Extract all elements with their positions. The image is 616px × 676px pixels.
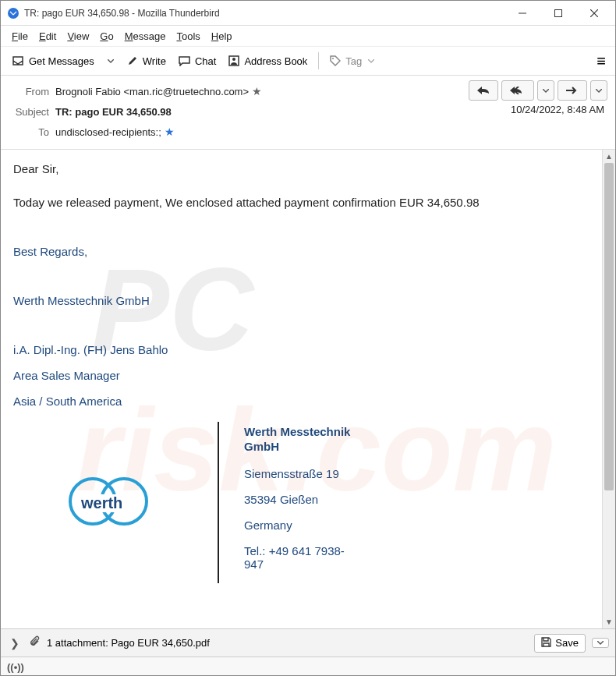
body-main-line: Today we released payment, We enclosed a… [13,196,589,209]
tag-label: Tag [345,55,362,67]
sig-name: i.A. Dipl.-Ing. (FH) Jens Bahlo [13,343,589,356]
window-title: TR: pago EUR 34,650.98 - Mozilla Thunder… [24,8,220,19]
from-value: Brognoli Fabio <man.ric@truetechno.com> [55,86,249,97]
toolbar-divider [318,52,319,69]
reply-all-dropdown[interactable] [537,80,554,101]
address-book-button[interactable]: Address Book [224,50,312,72]
body-greeting: Dear Sir, [13,162,589,175]
save-disk-icon [541,637,551,649]
get-messages-button[interactable]: Get Messages [7,50,99,72]
addr-street: Siemensstraße 19 [244,467,359,480]
chat-label: Chat [195,55,216,67]
addr-tel: Tel.: +49 641 7938-947 [244,544,359,571]
tag-button[interactable]: Tag [325,50,379,72]
save-attachment-button[interactable]: Save [534,634,586,653]
reply-button[interactable] [469,80,498,101]
maximize-button[interactable] [540,2,576,25]
svg-rect-2 [555,9,562,16]
message-body: PC risk.com Dear Sir, Today we released … [1,150,602,628]
sig-title: Area Sales Manager [13,369,589,382]
minimize-button[interactable] [504,2,540,25]
attachment-bar: ❯ 1 attachment: Pago EUR 34,650.pdf Save [1,628,615,657]
tag-icon [330,55,341,66]
toolbar: Get Messages Write Chat Address Book Tag… [1,46,615,76]
svg-point-0 [8,8,19,19]
sig-region: Asia / South America [13,395,589,408]
more-actions-dropdown[interactable] [590,80,607,101]
recipient-star-icon[interactable]: ★ [165,126,175,138]
from-label: From [9,86,49,97]
body-regards: Best Regards, [13,245,589,258]
to-label: To [9,126,49,138]
message-header: From Brognoli Fabio <man.ric@truetechno.… [1,76,615,150]
svg-point-6 [232,58,235,61]
scroll-down-icon[interactable]: ▼ [603,615,615,628]
get-messages-dropdown[interactable] [102,50,119,72]
menu-go[interactable]: Go [95,29,118,44]
write-button[interactable]: Write [122,50,171,72]
chat-icon [179,56,190,66]
status-bar: ((•)) [1,657,615,676]
signature-card: werth Werth Messtechnik GmbH Siemensstra… [13,422,589,583]
scroll-thumb[interactable] [604,163,614,490]
menu-tools[interactable]: Tools [172,29,204,44]
get-messages-label: Get Messages [29,55,94,67]
body-company: Werth Messtechnik GmbH [13,294,589,307]
save-label: Save [555,637,579,649]
save-dropdown[interactable] [592,638,609,648]
signature-address: Werth Messtechnik GmbH Siemensstraße 19 … [219,422,359,583]
menu-help[interactable]: Help [207,29,237,44]
reply-all-button[interactable] [501,80,534,101]
svg-point-7 [332,58,334,59]
contact-star-icon[interactable]: ★ [252,85,262,97]
signature-logo-cell: werth [13,422,219,583]
addr-city: 35394 Gießen [244,493,359,506]
werth-logo: werth [61,471,170,533]
attachment-text[interactable]: 1 attachment: Pago EUR 34,650.pdf [47,637,528,649]
scrollbar[interactable]: ▲ ▼ [602,150,615,628]
subject-label: Subject [9,106,49,118]
menu-edit[interactable]: Edit [34,29,61,44]
inbox-icon [12,55,24,66]
werth-logo-text: werth [78,494,126,512]
address-book-icon [228,55,239,66]
close-button[interactable] [576,2,612,25]
title-bar: TR: pago EUR 34,650.98 - Mozilla Thunder… [1,1,615,26]
attachment-expand-icon[interactable]: ❯ [7,637,23,649]
addr-company: Werth Messtechnik GmbH [244,425,359,455]
message-date: 10/24/2022, 8:48 AM [511,104,604,115]
menu-bar: File Edit View Go Message Tools Help [1,26,615,46]
message-body-container: PC risk.com Dear Sir, Today we released … [1,150,615,628]
to-value: undisclosed-recipients:; [55,126,161,138]
addr-country: Germany [244,519,359,532]
address-book-label: Address Book [244,55,307,67]
paperclip-icon [29,635,41,651]
app-menu-button[interactable]: ≡ [593,51,609,72]
write-label: Write [143,55,166,67]
pencil-icon [127,55,138,66]
thunderbird-icon [7,7,19,19]
forward-button[interactable] [558,80,587,101]
header-actions [469,80,607,101]
subject-value: TR: pago EUR 34,650.98 [55,106,172,118]
chat-button[interactable]: Chat [174,50,221,72]
menu-message[interactable]: Message [120,29,171,44]
scroll-up-icon[interactable]: ▲ [603,150,615,163]
activity-icon: ((•)) [7,661,24,673]
menu-file[interactable]: File [7,29,33,44]
menu-view[interactable]: View [62,29,94,44]
